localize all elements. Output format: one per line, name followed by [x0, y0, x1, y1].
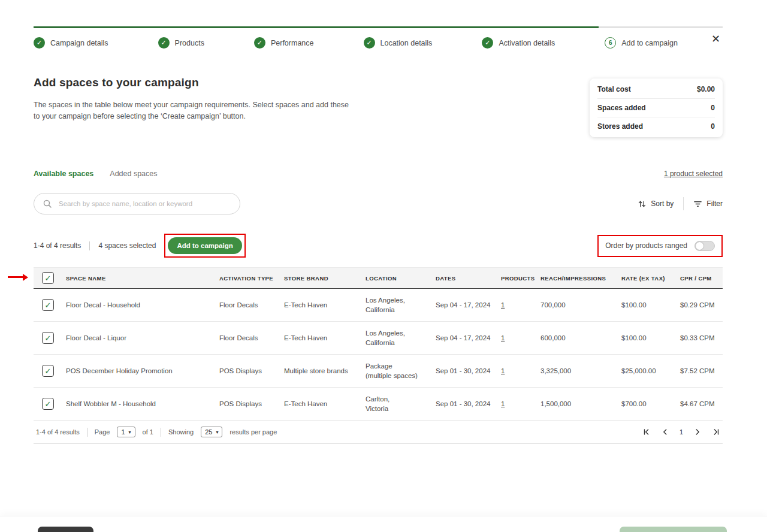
column-header-rate: RATE (EX TAX) — [621, 275, 680, 282]
tab-available-spaces[interactable]: Available spaces — [34, 170, 93, 178]
summary-row-stores-added: Stores added 0 — [597, 117, 715, 135]
add-to-campaign-button[interactable]: Add to campaign — [168, 237, 241, 254]
summary-label: Spaces added — [597, 104, 646, 112]
cell-products-link[interactable]: 1 — [501, 400, 505, 407]
filter-icon — [693, 200, 702, 208]
cell-reach: 1,500,000 — [540, 400, 621, 407]
first-page-button[interactable] — [642, 428, 651, 436]
column-header-dates: DATES — [436, 275, 501, 282]
close-button[interactable]: ✕ — [709, 31, 723, 47]
row-checkbox[interactable]: ✓ — [42, 332, 54, 344]
summary-value: $0.00 — [697, 85, 715, 93]
divider — [89, 241, 90, 250]
chevron-left-icon — [661, 428, 669, 436]
select-all-checkbox[interactable]: ✓ — [42, 272, 54, 284]
footer-bar: Back Create campaign — [0, 516, 767, 532]
step-label: Location details — [381, 39, 433, 47]
search-row: Sort by Filter — [34, 193, 723, 214]
filter-button[interactable]: Filter — [693, 200, 723, 208]
sort-icon — [638, 200, 647, 208]
page-select-value: 1 — [121, 428, 125, 436]
cell-activation-type: Floor Decals — [219, 334, 284, 341]
row-checkbox[interactable]: ✓ — [42, 398, 54, 410]
page-select[interactable]: 1 ▾ — [117, 427, 135, 437]
cell-products-link[interactable]: 1 — [501, 334, 505, 341]
table-row: ✓ Shelf Wobbler M - Household POS Displa… — [34, 388, 723, 421]
tabs-row: Available spaces Added spaces 1 product … — [34, 170, 723, 178]
first-page-icon — [642, 428, 651, 436]
cell-activation-type: Floor Decals — [219, 301, 284, 309]
prev-page-button[interactable] — [661, 428, 669, 436]
cell-space-name: Floor Decal - Household — [66, 301, 219, 309]
cell-reach: 600,000 — [540, 334, 621, 341]
tab-added-spaces[interactable]: Added spaces — [110, 170, 157, 178]
check-circle-icon: ✓ — [254, 37, 265, 49]
cell-products-link[interactable]: 1 — [501, 301, 505, 309]
stepper: ✓ Campaign details ✓ Products ✓ Performa… — [34, 37, 678, 49]
summary-label: Stores added — [597, 122, 643, 131]
search-input[interactable] — [58, 200, 231, 208]
cell-rate: $100.00 — [621, 301, 680, 309]
create-campaign-button[interactable]: Create campaign — [620, 527, 727, 532]
column-header-reach: REACH/IMPRESSIONS — [540, 275, 621, 282]
step-location-details[interactable]: ✓ Location details — [364, 37, 433, 49]
table-header-row: ✓ SPACE NAME ACTIVATION TYPE STORE BRAND… — [34, 267, 723, 289]
cell-space-name: POS December Holiday Promotion — [66, 367, 219, 374]
step-number-icon: 6 — [605, 37, 616, 49]
check-icon: ✓ — [45, 367, 52, 375]
cell-cpm: $4.67 CPM — [680, 400, 723, 407]
showing-label: Showing — [168, 428, 194, 436]
per-page-suffix: results per page — [230, 428, 277, 436]
cell-location: Carlton, Victoria — [366, 394, 436, 413]
current-page-number[interactable]: 1 — [680, 428, 683, 436]
cell-store-brand: E-Tech Haven — [284, 301, 366, 309]
step-performance[interactable]: ✓ Performance — [254, 37, 314, 49]
cell-products-link[interactable]: 1 — [501, 367, 505, 374]
order-toggle-label: Order by products ranged — [605, 241, 687, 250]
toggle-knob — [696, 242, 703, 250]
step-activation-details[interactable]: ✓ Activation details — [482, 37, 555, 49]
summary-row-spaces-added: Spaces added 0 — [597, 99, 715, 117]
cell-dates: Sep 01 - 30, 2024 — [436, 400, 501, 407]
cell-space-name: Shelf Wobbler M - Household — [66, 400, 219, 407]
check-circle-icon: ✓ — [364, 37, 375, 49]
progress-bar-fill — [34, 26, 599, 28]
step-label: Activation details — [499, 39, 555, 47]
caret-down-icon: ▾ — [216, 430, 218, 435]
step-label: Products — [175, 39, 204, 47]
cell-cpm: $7.52 CPM — [680, 367, 723, 374]
cell-location: Los Angeles, California — [366, 328, 436, 347]
sort-by-button[interactable]: Sort by — [638, 200, 674, 208]
filter-label: Filter — [706, 200, 723, 208]
divider — [683, 197, 684, 210]
sort-by-label: Sort by — [651, 200, 674, 208]
last-page-button[interactable] — [712, 428, 720, 436]
check-icon: ✓ — [45, 301, 52, 309]
next-page-button[interactable] — [693, 428, 702, 436]
back-button[interactable]: Back — [38, 527, 93, 532]
header-section: Add spaces to your campaign The spaces i… — [34, 76, 723, 137]
step-label: Performance — [271, 39, 314, 47]
annotation-arrow — [8, 276, 23, 278]
pagination-results: 1-4 of 4 results — [36, 428, 80, 436]
row-checkbox[interactable]: ✓ — [42, 365, 54, 377]
cell-store-brand: Multiple store brands — [284, 367, 366, 374]
product-selected-link[interactable]: 1 product selected — [664, 170, 723, 178]
step-products[interactable]: ✓ Products — [158, 37, 204, 49]
step-add-to-campaign[interactable]: 6 Add to campaign — [605, 37, 678, 49]
per-page-select[interactable]: 25 ▾ — [201, 427, 222, 437]
row-checkbox[interactable]: ✓ — [42, 299, 54, 311]
step-campaign-details[interactable]: ✓ Campaign details — [34, 37, 108, 49]
column-header-space-name: SPACE NAME — [66, 275, 219, 282]
per-page-select-value: 25 — [205, 428, 212, 436]
page-label: Page — [95, 428, 110, 436]
order-by-products-toggle[interactable] — [694, 241, 715, 251]
cell-rate: $700.00 — [621, 400, 680, 407]
summary-row-total-cost: Total cost $0.00 — [597, 80, 715, 99]
cell-store-brand: E-Tech Haven — [284, 400, 366, 407]
cell-reach: 700,000 — [540, 301, 621, 309]
column-header-products: PRODUCTS — [501, 275, 540, 282]
cell-space-name: Floor Decal - Liquor — [66, 334, 219, 341]
summary-card: Total cost $0.00 Spaces added 0 Stores a… — [590, 78, 723, 137]
search-box — [34, 193, 240, 214]
